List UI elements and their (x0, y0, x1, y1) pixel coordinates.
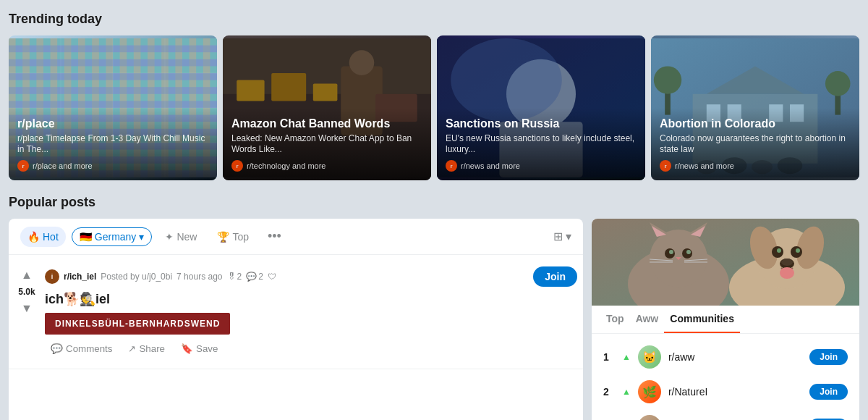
card-community-place: r r/place and more (17, 160, 208, 172)
hot-button[interactable]: 🔥 Hot (20, 227, 66, 247)
save-button[interactable]: 🔖 Save (175, 340, 224, 357)
svg-point-19 (349, 50, 375, 75)
card-overlay-sanctions: Sanctions on Russia EU's new Russia sanc… (437, 108, 645, 180)
svg-point-51 (686, 250, 691, 254)
more-button[interactable]: ••• (262, 226, 287, 247)
community-name-nature[interactable]: r/NatureI (668, 386, 802, 398)
trending-card-abortion[interactable]: Abortion in Colorado Colorado now guaran… (651, 35, 859, 180)
comment-badge: 💬 2 (246, 272, 263, 282)
tab-top[interactable]: Top (600, 306, 630, 333)
downvote-button[interactable]: ▼ (18, 300, 35, 317)
trending-section: Trending today (9, 12, 859, 180)
posted-by-label: Posted by u/j0_0bi (101, 272, 172, 282)
popular-posts-container: 🔥 Hot 🇩🇪 Germany ▾ ✦ New 🏆 Top ••• (9, 219, 859, 420)
svg-point-63 (777, 248, 781, 253)
layout-chevron: ▾ (566, 230, 571, 243)
share-icon: ↗ (128, 343, 136, 354)
germany-flag: 🇩🇪 (80, 231, 92, 243)
save-icon: 🔖 (181, 343, 193, 354)
card-title-place: r/place (17, 117, 208, 130)
card-community-abortion: r r/news and more (660, 160, 851, 172)
share-button[interactable]: ↗ Share (122, 340, 171, 357)
card-subtitle-amazon: Leaked: New Amazon Worker Chat App to Ba… (231, 133, 422, 156)
community-row-wrong: 3 ▲ 🐶 r/WhatsWrongWi... Join (592, 409, 859, 420)
rank-1: 1 (603, 351, 615, 363)
upvote-button[interactable]: ▲ (18, 266, 35, 284)
rank-up-arrow-1: ▲ (622, 352, 631, 362)
trending-title: Trending today (9, 12, 859, 27)
community-icon-sanctions: r (446, 160, 457, 172)
tab-aww[interactable]: Aww (630, 306, 665, 333)
vote-column: ▲ 5.0k ▼ (9, 261, 45, 363)
rank-2: 2 (603, 386, 615, 398)
join-post-button[interactable]: Join (533, 266, 577, 287)
vote-count: 5.0k (18, 287, 35, 297)
post-image: DINKELSBÜHL-BERNHARDSWEND (45, 313, 577, 335)
post-time: 7 hours ago (176, 272, 222, 282)
svg-point-66 (781, 259, 793, 266)
comment-icon: 💬 (51, 343, 63, 354)
post-actions: 💬 Comments ↗ Share 🔖 Save (45, 340, 577, 357)
trending-card-sanctions[interactable]: Sanctions on Russia EU's new Russia sanc… (437, 35, 645, 180)
join-nature-button[interactable]: Join (809, 384, 848, 400)
subreddit-name[interactable]: r/ich_iel (64, 272, 96, 282)
card-overlay-place: r/place r/place Timelapse From 1-3 Day W… (9, 108, 217, 180)
top-button[interactable]: 🏆 Top (210, 227, 256, 247)
community-icon-amazon: r (231, 160, 243, 172)
card-title-amazon: Amazon Chat Banned Words (231, 117, 422, 130)
join-aww-button[interactable]: Join (809, 349, 848, 365)
card-title-abortion: Abortion in Colorado (660, 117, 851, 130)
card-title-sanctions: Sanctions on Russia (446, 117, 637, 130)
svg-rect-15 (237, 80, 264, 101)
community-row-nature: 2 ▲ 🌿 r/NatureI Join (592, 374, 859, 409)
svg-point-50 (669, 250, 673, 254)
shield-badge: 🛡 (268, 272, 276, 282)
sparkle-icon: ✦ (165, 231, 174, 243)
community-name-aww[interactable]: r/aww (668, 351, 802, 363)
card-subtitle-abortion: Colorado now guarantees the right to abo… (660, 133, 851, 156)
svg-point-67 (780, 267, 794, 279)
posts-panel: 🔥 Hot 🇩🇪 Germany ▾ ✦ New 🏆 Top ••• (9, 219, 583, 420)
new-button[interactable]: ✦ New (158, 227, 204, 247)
post-title: ich🐕🕵️iel (45, 291, 577, 307)
tab-communities[interactable]: Communities (664, 306, 740, 333)
card-overlay-amazon: Amazon Chat Banned Words Leaked: New Ama… (223, 108, 431, 180)
layout-icon: ⊞ (553, 230, 563, 243)
award-badge: 🎖 2 (227, 272, 242, 282)
trending-card-place[interactable]: r/place r/place Timelapse From 1-3 Day W… (9, 35, 217, 180)
svg-rect-16 (271, 73, 306, 101)
trending-grid: r/place r/place Timelapse From 1-3 Day W… (9, 35, 859, 180)
page-container: Trending today (0, 0, 868, 420)
comments-button[interactable]: 💬 Comments (45, 340, 118, 357)
community-list: 1 ▲ 🐱 r/aww Join 2 ▲ 🌿 r/NatureI Join 3 (592, 334, 859, 420)
community-row-aww: 1 ▲ 🐱 r/aww Join (592, 340, 859, 374)
popular-title: Popular posts (9, 195, 859, 210)
community-avatar-wrong: 🐶 (638, 415, 661, 420)
community-avatar-aww: 🐱 (638, 345, 661, 369)
svg-rect-17 (313, 83, 338, 101)
rank-up-arrow-2: ▲ (622, 387, 631, 397)
right-panel-tabs: Top Aww Communities (592, 306, 859, 334)
right-panel: Top Aww Communities 1 ▲ 🐱 r/aww Join 2 ▲ (592, 219, 859, 420)
card-community-sanctions: r r/news and more (446, 160, 637, 172)
post-banner: DINKELSBÜHL-BERNHARDSWEND (45, 313, 230, 335)
community-icon-abortion: r (660, 160, 671, 172)
germany-button[interactable]: 🇩🇪 Germany ▾ (72, 227, 153, 246)
post-item: ▲ 5.0k ▼ i r/ich_iel Posted by u/j0_0bi … (9, 255, 583, 369)
subreddit-icon: i (45, 269, 59, 284)
card-subtitle-place: r/place Timelapse From 1-3 Day With Chil… (17, 133, 208, 156)
svg-point-38 (654, 66, 681, 93)
community-avatar-nature: 🌿 (638, 380, 661, 403)
svg-point-64 (796, 248, 800, 253)
card-overlay-abortion: Abortion in Colorado Colorado now guaran… (651, 108, 859, 180)
posts-toolbar: 🔥 Hot 🇩🇪 Germany ▾ ✦ New 🏆 Top ••• (9, 219, 583, 255)
post-content: i r/ich_iel Posted by u/j0_0bi 7 hours a… (45, 261, 583, 363)
trending-card-amazon[interactable]: Amazon Chat Banned Words Leaked: New Ama… (223, 35, 431, 180)
svg-point-40 (825, 71, 851, 96)
chevron-down-icon: ▾ (139, 231, 144, 243)
layout-button[interactable]: ⊞ ▾ (553, 230, 571, 243)
trophy-icon: 🏆 (217, 231, 229, 243)
right-panel-image (592, 219, 859, 306)
fire-icon: 🔥 (27, 231, 40, 243)
post-meta: i r/ich_iel Posted by u/j0_0bi 7 hours a… (45, 266, 577, 287)
